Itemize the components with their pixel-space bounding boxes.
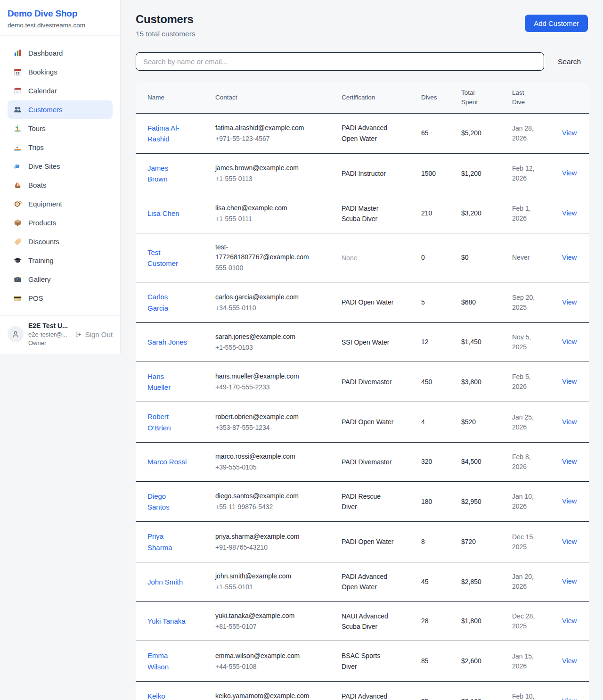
- customer-last-dive: Dec 28, 2025: [512, 611, 539, 631]
- customer-email: john.smith@example.com: [215, 571, 291, 581]
- customer-name-link[interactable]: Lisa Chen: [147, 208, 179, 219]
- customer-last-dive: Nov 5, 2025: [512, 332, 539, 352]
- customer-email: robert.obrien@example.com: [215, 412, 299, 422]
- table-header-row: Name Contact Certification Dives Total S…: [136, 82, 589, 113]
- customer-name-link[interactable]: Yuki Tanaka: [147, 616, 186, 626]
- customer-phone: +55-11-99876-5432: [215, 502, 330, 512]
- customer-last-dive: Feb 8, 2026: [512, 452, 539, 472]
- view-customer-link[interactable]: View: [562, 657, 577, 665]
- customer-email: emma.wilson@example.com: [215, 651, 300, 661]
- customer-name-link[interactable]: Marco Rossi: [147, 456, 187, 467]
- view-customer-link[interactable]: View: [562, 458, 577, 465]
- sidebar: Demo Dive Shop demo.test.divestreams.com…: [0, 0, 121, 354]
- customer-dives: 65: [421, 129, 429, 137]
- sidebar-item-training[interactable]: Training: [8, 251, 113, 270]
- customer-row: Yuki Tanaka yuki.tanaka@example.com +81-…: [136, 601, 589, 641]
- sidebar-item-gallery[interactable]: Gallery: [8, 270, 113, 288]
- view-customer-link[interactable]: View: [562, 254, 577, 261]
- customers-table-body: Fatima Al-Rashid fatima.alrashid@example…: [136, 113, 589, 700]
- view-customer-link[interactable]: View: [562, 169, 577, 177]
- brand-domain: demo.test.divestreams.com: [8, 22, 113, 29]
- customer-total-spent: $2,100: [461, 698, 481, 700]
- sidebar-item-bookings[interactable]: 17 Bookings: [8, 63, 113, 81]
- customer-name-link[interactable]: Test Customer: [147, 247, 189, 269]
- customer-name-link[interactable]: Sarah Jones: [147, 337, 187, 347]
- customer-certification: PADI Advanced Open Water: [342, 691, 397, 700]
- add-customer-button[interactable]: Add Customer: [525, 15, 588, 32]
- customer-phone: +49-170-555-2233: [215, 382, 330, 392]
- customer-name-link[interactable]: Priya Sharma: [147, 531, 189, 553]
- sidebar-item-dive-sites[interactable]: Dive Sites: [8, 157, 113, 175]
- sidebar-item-trips[interactable]: Trips: [8, 138, 113, 156]
- sign-out-button[interactable]: Sign Out: [74, 330, 113, 338]
- sign-out-label: Sign Out: [85, 330, 113, 338]
- sidebar-item-tours[interactable]: Tours: [8, 119, 113, 138]
- search-input[interactable]: [136, 52, 544, 71]
- customer-total-spent: $3,800: [461, 378, 481, 386]
- view-customer-link[interactable]: View: [562, 697, 577, 700]
- customer-name-link[interactable]: Carlos Garcia: [147, 291, 189, 313]
- brand-name[interactable]: Demo Dive Shop: [8, 8, 113, 19]
- sidebar-item-label: Training: [28, 256, 54, 264]
- user-email: e2e-tester@...: [28, 331, 70, 338]
- col-header-total-spent: Total Spent: [450, 82, 501, 113]
- customer-phone: +91-98765-43210: [215, 543, 330, 552]
- equipment-icon: [13, 199, 22, 208]
- view-customer-link[interactable]: View: [562, 418, 577, 426]
- customer-name-link[interactable]: Hans Mueller: [147, 371, 189, 393]
- customer-name-link[interactable]: Robert O'Brien: [147, 411, 189, 433]
- customer-row: Sarah Jones sarah.jones@example.com +1-5…: [136, 322, 589, 362]
- customer-last-dive: Feb 1, 2026: [512, 204, 539, 223]
- sidebar-item-dashboard[interactable]: Dashboard: [8, 44, 113, 62]
- search-button[interactable]: Search: [557, 56, 582, 68]
- customer-dives: 85: [421, 657, 429, 665]
- dive-sites-icon: [13, 162, 22, 171]
- customer-name-link[interactable]: Keiko Yamamoto: [147, 691, 189, 700]
- customer-last-dive: Feb 12, 2026: [512, 164, 539, 183]
- view-customer-link[interactable]: View: [562, 538, 577, 545]
- customer-dives: 45: [421, 578, 429, 585]
- view-customer-link[interactable]: View: [562, 209, 577, 217]
- customer-name-link[interactable]: Fatima Al-Rashid: [147, 123, 189, 145]
- view-customer-link[interactable]: View: [562, 338, 577, 346]
- customer-row: Robert O'Brien robert.obrien@example.com…: [136, 402, 589, 443]
- sidebar-item-discounts[interactable]: Discounts: [8, 232, 113, 251]
- sidebar-item-products[interactable]: Products: [8, 214, 113, 232]
- customer-dives: 28: [421, 617, 429, 625]
- sidebar-item-calendar[interactable]: Calendar: [8, 82, 113, 100]
- view-customer-link[interactable]: View: [562, 497, 577, 505]
- customer-email: marco.rossi@example.com: [215, 452, 295, 461]
- customer-total-spent: $2,950: [461, 498, 481, 505]
- sidebar-item-pos[interactable]: POS: [8, 289, 113, 307]
- customer-last-dive: Never: [512, 253, 530, 263]
- view-customer-link[interactable]: View: [562, 378, 577, 385]
- view-customer-link[interactable]: View: [562, 617, 577, 625]
- customer-row: Fatima Al-Rashid fatima.alrashid@example…: [136, 113, 589, 154]
- bookings-icon: 17: [13, 67, 22, 76]
- col-header-actions: [551, 82, 589, 113]
- customer-email: lisa.chen@example.com: [215, 203, 287, 213]
- customer-phone: +1-555-0113: [215, 174, 330, 184]
- customer-certification: BSAC Sports Diver: [342, 651, 397, 672]
- main-content: Customers 15 total customers Add Custome…: [121, 0, 603, 700]
- sidebar-item-label: Discounts: [28, 238, 59, 246]
- sidebar-item-customers[interactable]: Customers: [8, 100, 113, 119]
- customers-table: Name Contact Certification Dives Total S…: [136, 82, 589, 700]
- customer-name-link[interactable]: John Smith: [147, 576, 183, 587]
- view-customer-link[interactable]: View: [562, 577, 577, 585]
- sidebar-item-boats[interactable]: Boats: [8, 176, 113, 194]
- customer-row: Priya Sharma priya.sharma@example.com +9…: [136, 522, 589, 562]
- view-customer-link[interactable]: View: [562, 298, 577, 306]
- signout-icon: [74, 330, 82, 338]
- customer-last-dive: Jan 15, 2026: [512, 651, 539, 671]
- view-customer-link[interactable]: View: [562, 129, 577, 137]
- customer-name-link[interactable]: James Brown: [147, 163, 189, 185]
- customer-row: Carlos Garcia carlos.garcia@example.com …: [136, 282, 589, 323]
- customer-name-link[interactable]: Emma Wilson: [147, 650, 189, 672]
- page-header: Customers 15 total customers Add Custome…: [136, 13, 588, 38]
- sidebar-item-label: Products: [28, 219, 56, 227]
- sidebar-item-equipment[interactable]: Equipment: [8, 195, 113, 213]
- col-header-name: Name: [136, 82, 204, 113]
- customer-dives: 1500: [421, 170, 436, 177]
- customer-name-link[interactable]: Diego Santos: [147, 491, 189, 513]
